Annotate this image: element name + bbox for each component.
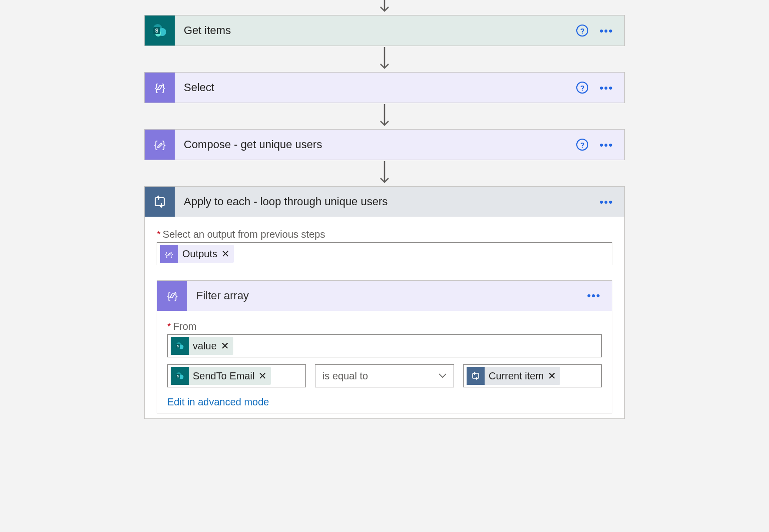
edit-advanced-mode-link[interactable]: Edit in advanced mode xyxy=(167,396,602,408)
token-remove-button[interactable]: ✕ xyxy=(548,370,556,382)
filter-from-label: *From xyxy=(167,321,602,332)
svg-text:{: { xyxy=(165,250,168,258)
svg-text:}: } xyxy=(162,139,166,150)
filter-from-input[interactable]: S value ✕ xyxy=(167,334,602,357)
token-remove-button[interactable]: ✕ xyxy=(221,340,229,352)
svg-rect-14 xyxy=(155,198,164,206)
token-sendto-email[interactable]: S SendTo Email ✕ xyxy=(171,367,271,385)
data-operation-select-icon: { } xyxy=(145,73,175,103)
condition-left-input[interactable]: S SendTo Email ✕ xyxy=(167,364,306,387)
output-from-label: *Select an output from previous steps xyxy=(157,229,612,240)
control-token-icon xyxy=(467,367,485,385)
help-icon[interactable]: ? xyxy=(576,25,588,37)
sharepoint-icon: S xyxy=(145,16,175,46)
flow-arrow-top xyxy=(379,0,390,15)
svg-text:S: S xyxy=(177,374,179,378)
svg-rect-30 xyxy=(473,373,479,378)
token-outputs[interactable]: { } Outputs ✕ xyxy=(160,245,234,263)
step-select[interactable]: { } Select ? ••• xyxy=(144,72,625,103)
token-current-item[interactable]: Current item ✕ xyxy=(467,367,560,385)
step-menu-button[interactable]: ••• xyxy=(599,142,613,148)
condition-operator-select[interactable]: is equal to xyxy=(315,364,454,387)
filter-array-body: *From S xyxy=(157,311,612,413)
filter-condition-row: S SendTo Email ✕ is equal to xyxy=(167,364,602,387)
data-operation-compose-icon: { } xyxy=(145,130,175,160)
flow-arrow xyxy=(379,103,390,129)
svg-text:{: { xyxy=(154,139,158,150)
data-operation-filter-icon: { } xyxy=(157,281,187,311)
step-title: Select xyxy=(175,81,576,94)
step-menu-button[interactable]: ••• xyxy=(599,28,613,34)
step-menu-button[interactable]: ••• xyxy=(599,199,613,205)
svg-text:{: { xyxy=(155,82,158,93)
step-filter-array[interactable]: { } Filter array ••• *From xyxy=(157,280,612,413)
sharepoint-token-icon: S xyxy=(171,337,189,355)
flow-arrow xyxy=(379,46,390,72)
control-loop-icon xyxy=(145,187,175,217)
step-menu-button[interactable]: ••• xyxy=(599,85,613,91)
token-remove-button[interactable]: ✕ xyxy=(221,248,230,260)
compose-token-icon: { } xyxy=(160,245,178,263)
step-title: Get items xyxy=(175,24,576,37)
chevron-down-icon xyxy=(439,372,447,380)
step-compose[interactable]: { } Compose - get unique users ? ••• xyxy=(144,129,625,160)
svg-text:}: } xyxy=(174,290,178,301)
svg-text:}: } xyxy=(162,82,165,93)
token-remove-button[interactable]: ✕ xyxy=(258,370,267,382)
apply-to-each-body: *Select an output from previous steps { … xyxy=(145,217,624,418)
svg-text:S: S xyxy=(155,28,159,34)
flow-arrow xyxy=(379,160,390,186)
condition-right-input[interactable]: Current item ✕ xyxy=(463,364,602,387)
svg-text:{: { xyxy=(167,290,171,301)
step-title: Apply to each - loop through unique user… xyxy=(175,195,599,208)
sharepoint-token-icon: S xyxy=(171,367,189,385)
step-apply-to-each[interactable]: Apply to each - loop through unique user… xyxy=(144,186,625,419)
token-value[interactable]: S value ✕ xyxy=(171,337,233,355)
svg-text:}: } xyxy=(171,250,173,258)
svg-text:S: S xyxy=(177,344,179,348)
step-title: Filter array xyxy=(187,289,587,302)
output-from-input[interactable]: { } Outputs ✕ xyxy=(157,242,612,265)
step-title: Compose - get unique users xyxy=(175,138,576,151)
help-icon[interactable]: ? xyxy=(576,139,588,151)
step-menu-button[interactable]: ••• xyxy=(587,289,601,302)
help-icon[interactable]: ? xyxy=(576,82,588,94)
step-get-items[interactable]: S Get items ? ••• xyxy=(144,15,625,46)
